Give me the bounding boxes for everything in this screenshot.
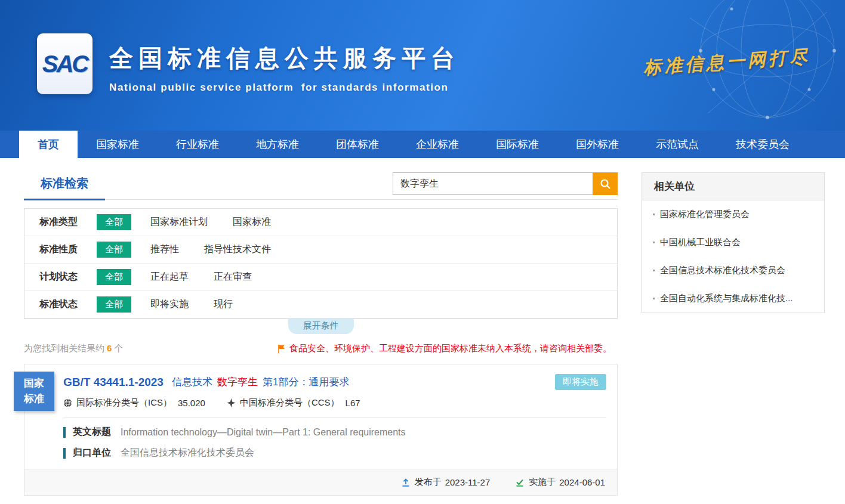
card-footer: 发布于 2023-11-27 实施于 2024-06-01 [24,469,617,495]
main-area: 标准检索 标准类型 全部 国家标准计划 国家标准 标准性质 [0,158,845,496]
main-nav: 首页 国家标准 行业标准 地方标准 团体标准 企业标准 国际标准 国外标准 示范… [0,131,845,158]
filter-label: 标准状态 [39,298,97,311]
card-meta-row: 国际标准分类号（ICS） 35.020 中国标准分类号（CCS） L67 [63,397,606,418]
bullet-icon [653,214,655,215]
filter-row-standard-nature: 标准性质 全部 推荐性 指导性技术文件 [24,236,617,264]
publish-date: 2023-11-27 [445,477,491,487]
ics-label: 国际标准分类号（ICS） [76,397,172,409]
nav-item-foreign-standards[interactable]: 国外标准 [557,131,637,158]
search-icon [600,178,611,190]
results-count: 6 [107,343,112,353]
expand-conditions-button[interactable]: 展开条件 [288,318,354,334]
site-title-block: 全国标准信息公共服务平台 National public service pla… [109,42,460,94]
english-title-label: 英文标题 [73,426,111,438]
nav-item-home[interactable]: 首页 [19,131,78,158]
related-units-title: 相关单位 [642,173,824,200]
filter-row-plan-status: 计划状态 全部 正在起草 正在审查 [24,264,617,291]
filter-option[interactable]: 正在审查 [214,271,252,283]
related-unit-item[interactable]: 全国自动化系统与集成标准化技... [642,285,824,313]
filter-option[interactable]: 即将实施 [150,298,189,311]
related-units-panel: 相关单位 国家标准化管理委员会 中国机械工业联合会 全国信息技术标准化技术委员会… [642,172,825,313]
implement-date: 2024-06-01 [559,477,605,487]
standard-result-card: 国家 标准 GB/T 43441.1-2023 信息技术 数字孪生 第1部分：通… [24,364,618,496]
filter-option[interactable]: 推荐性 [150,243,179,256]
ics-value: 35.020 [178,398,205,408]
filter-option[interactable]: 现行 [214,298,233,311]
standard-code-link[interactable]: GB/T 43441.1-2023 [63,376,164,389]
content-column: 标准检索 标准类型 全部 国家标准计划 国家标准 标准性质 [24,172,618,496]
filter-all-button[interactable]: 全部 [97,296,131,313]
filter-all-button[interactable]: 全部 [97,214,131,230]
english-title-row: 英文标题 Information technology—Digital twin… [24,418,617,438]
nav-item-local-standards[interactable]: 地方标准 [238,131,317,158]
sac-logo[interactable]: SAC [37,33,92,94]
results-summary-suffix: 个 [114,343,123,353]
nav-item-enterprise-standards[interactable]: 企业标准 [397,131,477,158]
search-widget [393,172,618,195]
nav-item-group-standards[interactable]: 团体标准 [317,131,397,158]
implement-label: 实施于 [529,477,556,488]
filter-all-button[interactable]: 全部 [97,242,131,258]
related-unit-item[interactable]: 中国机械工业联合会 [642,228,824,256]
notice-text: 食品安全、环境保护、工程建设方面的国家标准未纳入本系统，请咨询相关部委。 [289,343,612,354]
bullet-icon [653,298,655,299]
filter-option[interactable]: 指导性技术文件 [204,243,271,256]
standard-title-highlight[interactable]: 数字孪生 [217,375,258,389]
results-summary-row: 为您找到相关结果约6个 食品安全、环境保护、工程建设方面的国家标准未纳入本系统，… [24,343,618,354]
teal-bar-decoration [63,448,66,459]
site-title: 全国标准信息公共服务平台 [109,42,460,75]
ccs-label: 中国标准分类号（CCS） [240,397,340,409]
nav-item-international-standards[interactable]: 国际标准 [477,131,557,158]
filter-option[interactable]: 正在起草 [150,271,189,283]
card-title-row: GB/T 43441.1-2023 信息技术 数字孪生 第1部分：通用要求 即将… [24,364,617,395]
filter-panel: 标准类型 全部 国家标准计划 国家标准 标准性质 全部 推荐性 指导性技术文件 … [24,208,618,319]
filter-label: 标准类型 [39,216,97,228]
related-unit-label: 国家标准化管理委员会 [660,209,750,220]
publish-date-item: 发布于 2023-11-27 [401,477,491,488]
related-unit-label: 全国自动化系统与集成标准化技... [660,293,793,304]
site-subtitle: National public service platform for sta… [109,82,460,94]
tab-standard-search[interactable]: 标准检索 [24,173,105,200]
national-standard-badge: 国家 标准 [14,372,54,411]
search-input[interactable] [393,172,593,195]
nav-item-industry-standards[interactable]: 行业标准 [158,131,238,158]
teal-bar-decoration [63,427,66,438]
committee-value: 全国信息技术标准化技术委员会 [121,447,254,459]
publish-upload-icon [401,478,411,487]
related-unit-label: 中国机械工业联合会 [660,237,741,248]
bullet-icon [653,270,655,271]
sac-logo-text: SAC [42,51,87,78]
publish-label: 发布于 [415,477,442,488]
filter-row-standard-status: 标准状态 全部 即将实施 现行 [24,291,617,319]
globe-icon [63,398,72,407]
filter-all-button[interactable]: 全部 [97,269,131,285]
committee-row: 归口单位 全国信息技术标准化技术委员会 [24,438,617,459]
related-unit-item[interactable]: 国家标准化管理委员会 [642,200,824,228]
bullet-icon [653,242,655,243]
nav-item-technical-committees[interactable]: 技术委员会 [717,131,808,158]
compass-icon [227,398,236,407]
standard-title-post[interactable]: 第1部分：通用要求 [263,375,349,389]
system-notice: 食品安全、环境保护、工程建设方面的国家标准未纳入本系统，请咨询相关部委。 [277,343,618,354]
flag-icon [277,344,286,354]
filter-label: 计划状态 [39,271,97,283]
standard-title-pre[interactable]: 信息技术 [172,375,212,389]
filter-option[interactable]: 国家标准 [233,216,271,228]
ccs-value: L67 [346,398,360,408]
related-unit-item[interactable]: 全国信息技术标准化技术委员会 [642,256,824,285]
site-header: SAC 全国标准信息公共服务平台 National public service… [0,0,845,131]
search-button[interactable] [593,172,618,195]
related-unit-label: 全国信息技术标准化技术委员会 [660,265,785,276]
badge-line-2: 标准 [14,391,54,407]
nav-item-pilot-programs[interactable]: 示范试点 [637,131,717,158]
filter-option[interactable]: 国家标准计划 [150,216,208,228]
english-title-value: Information technology—Digital twin—Part… [121,427,406,438]
search-section: 标准检索 [24,172,618,200]
results-summary-prefix: 为您找到相关结果约 [24,343,104,353]
status-badge: 即将实施 [555,374,606,390]
committee-label: 归口单位 [73,447,111,459]
filter-label: 标准性质 [39,243,97,256]
implement-check-icon [515,478,525,487]
implement-date-item: 实施于 2024-06-01 [515,477,605,488]
nav-item-national-standards[interactable]: 国家标准 [78,131,158,158]
